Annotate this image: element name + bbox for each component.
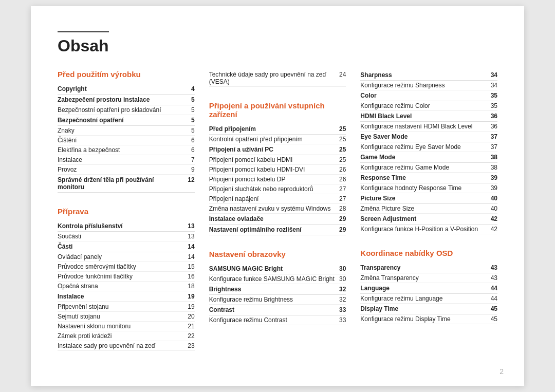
toc-sub-label: Zámek proti krádeži <box>58 332 184 340</box>
toc-sub-item: Bezpečnostní opatření pro skladování5 <box>58 105 195 115</box>
toc-extra-label: Technické údaje sady pro upevnění na zeď… <box>209 71 336 85</box>
toc-sub-item: Instalace7 <box>58 155 195 165</box>
toc-item-label: Brightness <box>209 286 336 293</box>
toc-sub-label: Konfigurace režimu Color <box>360 102 487 109</box>
toc-section: Připojení a používání vstupních zařízení… <box>209 101 346 235</box>
toc-sub-label: Konfigurace režimu Game Mode <box>360 164 487 171</box>
toc-item: Game Mode38 <box>360 152 497 163</box>
toc-sub-number: 44 <box>487 295 497 302</box>
toc-sub-label: Konfigurace režimu Sharpness <box>360 82 487 89</box>
toc-sub-number: 42 <box>487 226 497 233</box>
toc-sub-number: 19 <box>184 303 195 310</box>
toc-item: Nastavení optimálního rozlišení29 <box>209 225 346 235</box>
toc-item: Screen Adjustment42 <box>360 214 497 225</box>
toc-sub-number: 25 <box>336 136 346 143</box>
toc-section: PřípravaKontrola příslušenství13Součásti… <box>58 207 195 351</box>
toc-item-label: Game Mode <box>360 154 487 161</box>
toc-section: Před použitím výrobkuCopyright4Zabezpeče… <box>58 70 195 193</box>
toc-sub-item: Připojení pomocí kabelu HDMI25 <box>209 155 346 165</box>
toc-sub-label: Konfigurace režimu Eye Saver Mode <box>360 143 487 151</box>
toc-sub-label: Znaky <box>58 127 184 134</box>
toc-sub-number: 30 <box>336 275 346 283</box>
toc-sub-label: Průvodce směrovými tlačítky <box>58 263 184 270</box>
toc-sub-item: Sejmutí stojanu20 <box>58 312 195 322</box>
toc-sub-number: 34 <box>487 82 497 89</box>
toc-sub-number: 27 <box>336 185 346 193</box>
toc-sub-number: 43 <box>487 274 497 282</box>
toc-sub-label: Připojení pomocí kabelu HDMI <box>209 156 336 163</box>
toc-sub-label: Ovládací panely <box>58 253 184 260</box>
toc-item: Správné držení těla při používání monito… <box>58 175 195 193</box>
toc-extra-section: Technické údaje sady pro upevnění na zeď… <box>209 70 346 87</box>
toc-sub-item: Instalace sady pro upevnění na zeď23 <box>58 341 195 351</box>
column-1: Před použitím výrobkuCopyright4Zabezpeče… <box>58 70 209 365</box>
toc-sub-number: 23 <box>184 342 195 349</box>
toc-sub-item: Konfigurace režimu Sharpness34 <box>360 81 497 90</box>
toc-sub-label: Konfigurace hodnoty Response Time <box>360 184 487 192</box>
toc-sub-item: Čištění6 <box>58 136 195 145</box>
toc-item-number: 29 <box>336 226 346 233</box>
toc-item-number: 13 <box>184 222 195 230</box>
toc-sub-number: 35 <box>487 102 497 109</box>
toc-sub-item: Průvodce funkčními tlačítky16 <box>58 272 195 282</box>
toc-item-label: Display Time <box>360 305 487 312</box>
toc-item-label: Před připojením <box>209 125 336 133</box>
toc-sub-item: Konfigurace režimu Language44 <box>360 294 497 304</box>
toc-item-number: 19 <box>184 293 195 300</box>
toc-item: Brightness32 <box>209 284 346 295</box>
toc-sub-number: 7 <box>184 156 195 163</box>
toc-sub-number: 21 <box>184 323 195 330</box>
toc-sub-label: Připojení napájení <box>209 195 336 202</box>
toc-sub-label: Připojení pomocí kabelu DP <box>209 176 336 183</box>
toc-item-label: Části <box>58 243 184 250</box>
toc-sub-item: Připojení pomocí kabelu HDMI-DVI26 <box>209 165 346 175</box>
section-heading: Připojení a používání vstupních zařízení <box>209 101 346 119</box>
toc-sub-number: 14 <box>184 253 195 260</box>
toc-sub-item: Změna nastavení zvuku v systému Windows2… <box>209 204 346 214</box>
toc-sub-item: Konfigurace režimu Eye Saver Mode37 <box>360 142 497 152</box>
toc-sub-number: 45 <box>487 315 497 323</box>
toc-item-number: 29 <box>336 215 346 222</box>
toc-sub-number: 5 <box>184 106 195 114</box>
toc-item-number: 44 <box>487 285 497 292</box>
toc-item-number: 5 <box>184 117 195 124</box>
toc-sub-label: Sejmutí stojanu <box>58 313 184 320</box>
toc-item-label: Zabezpečení prostoru instalace <box>58 96 184 103</box>
toc-sub-item: Změna Picture Size40 <box>360 204 497 214</box>
toc-sub-number: 20 <box>184 313 195 320</box>
toc-item-number: 30 <box>336 265 346 272</box>
toc-sub-item: Konfigurace hodnoty Response Time39 <box>360 183 497 193</box>
toc-sub-item: Konfigurace režimu Brightness32 <box>209 295 346 305</box>
toc-item-number: 25 <box>336 146 346 153</box>
toc-item-number: 35 <box>487 92 497 99</box>
toc-item: Response Time39 <box>360 173 497 183</box>
toc-sub-label: Nastavení sklonu monitoru <box>58 323 184 330</box>
toc-item-label: Copyright <box>58 85 184 92</box>
toc-sub-number: 33 <box>336 316 346 324</box>
toc-item-number: 42 <box>487 215 497 222</box>
toc-sub-item: Součásti13 <box>58 232 195 241</box>
toc-sub-label: Změna Transparency <box>360 274 487 282</box>
toc-item-number: 33 <box>336 306 346 313</box>
toc-item: Kontrola příslušenství13 <box>58 221 195 232</box>
toc-sub-item: Kontrolní opatření před připojením25 <box>209 135 346 144</box>
toc-item-number: 34 <box>487 71 497 79</box>
toc-sub-item: Připojení sluchátek nebo reproduktorů27 <box>209 184 346 194</box>
toc-sub-label: Provoz <box>58 166 184 173</box>
toc-sub-label: Opačná strana <box>58 283 184 290</box>
page: Obsah Před použitím výrobkuCopyright4Zab… <box>31 6 524 386</box>
toc-sub-label: Instalace <box>58 156 184 163</box>
toc-item-number: 38 <box>487 154 497 161</box>
toc-sub-label: Čištění <box>58 137 184 144</box>
toc-sub-number: 25 <box>336 156 346 163</box>
toc-sub-label: Konfigurace funkce SAMSUNG MAGIC Bright <box>209 275 336 283</box>
toc-item: Copyright4 <box>58 84 195 95</box>
toc-item: Před připojením25 <box>209 124 346 135</box>
toc-sub-item: Konfigurace režimu Game Mode38 <box>360 163 497 173</box>
toc-item-label: Nastavení optimálního rozlišení <box>209 226 336 233</box>
toc-sub-label: Změna Picture Size <box>360 205 487 212</box>
toc-sub-number: 27 <box>336 195 346 202</box>
toc-sub-number: 28 <box>336 205 346 212</box>
toc-item-label: Bezpečnostní opatření <box>58 117 184 124</box>
toc-item-number: 25 <box>336 125 346 133</box>
